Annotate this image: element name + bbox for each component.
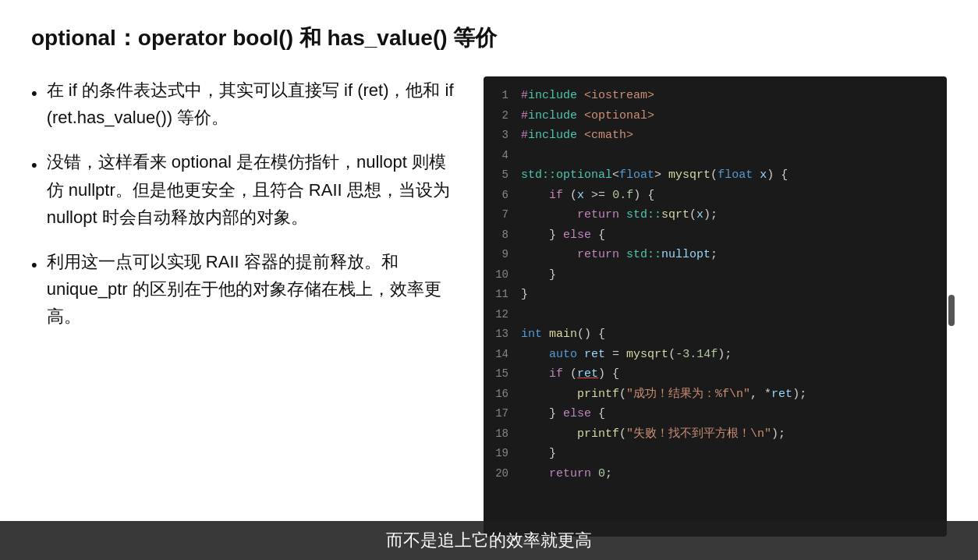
line-number: 19: [484, 445, 508, 463]
line-content: std::optional<float> mysqrt(float x) {: [521, 165, 788, 186]
bullet-dot: •: [31, 80, 37, 107]
line-content: #include <iostream>: [521, 86, 654, 106]
line-number: 5: [484, 166, 508, 185]
bullet-text: 利用这一点可以实现 RAII 容器的提前释放。和 unique_ptr 的区别在…: [47, 248, 460, 331]
line-content: return 0;: [521, 464, 612, 484]
line-number: 11: [484, 285, 508, 304]
code-line-2: 2 #include <optional>: [484, 106, 947, 126]
line-content: }: [521, 285, 528, 305]
line-number: 12: [484, 306, 508, 324]
line-number: 6: [484, 186, 508, 205]
line-content: auto ret = mysqrt(-3.14f);: [521, 345, 732, 365]
bullet-text: 在 if 的条件表达式中，其实可以直接写 if (ret)，他和 if (ret…: [47, 76, 460, 131]
page-title: optional：operator bool() 和 has_value() 等…: [31, 23, 947, 53]
line-number: 15: [484, 365, 508, 384]
code-line-20: 20 return 0;: [484, 464, 947, 484]
code-line-6: 6 if (x >= 0.f) {: [484, 186, 947, 206]
code-line-3: 3 #include <cmath>: [484, 126, 947, 146]
line-number: 7: [484, 206, 508, 225]
code-line-5: 5 std::optional<float> mysqrt(float x) {: [484, 165, 947, 186]
line-number: 10: [484, 266, 508, 285]
line-content: }: [521, 265, 556, 285]
code-line-13: 13 int main() {: [484, 324, 947, 345]
bullet-text: 没错，这样看来 optional 是在模仿指针，nullopt 则模仿 null…: [47, 148, 460, 231]
code-line-15: 15 if (ret) {: [484, 364, 947, 385]
line-number: 2: [484, 107, 508, 126]
scrollbar[interactable]: [948, 295, 955, 326]
bullet-dot: •: [31, 151, 37, 179]
code-block: 1 #include <iostream> 2 #include <option…: [484, 76, 947, 537]
list-item: • 在 if 的条件表达式中，其实可以直接写 if (ret)，他和 if (r…: [31, 76, 460, 131]
line-number: 1: [484, 87, 508, 105]
line-content: [521, 146, 528, 166]
line-number: 20: [484, 465, 508, 484]
line-content: if (ret) {: [521, 364, 619, 385]
code-line-16: 16 printf("成功！结果为：%f\n", *ret);: [484, 385, 947, 405]
line-content: } else {: [521, 225, 605, 246]
line-number: 13: [484, 325, 508, 344]
right-panel: 1 #include <iostream> 2 #include <option…: [484, 76, 947, 544]
line-content: } else {: [521, 404, 605, 424]
line-content: if (x >= 0.f) {: [521, 186, 654, 206]
code-line-19: 19 }: [484, 444, 947, 464]
line-number: 16: [484, 385, 508, 404]
line-content: int main() {: [521, 324, 605, 345]
list-item: • 利用这一点可以实现 RAII 容器的提前释放。和 unique_ptr 的区…: [31, 248, 460, 331]
line-number: 8: [484, 226, 508, 245]
line-content: #include <cmath>: [521, 126, 633, 146]
code-line-12: 12: [484, 305, 947, 325]
line-content: [521, 305, 528, 325]
bullet-dot: •: [31, 251, 37, 278]
code-line-18: 18 printf("失败！找不到平方根！\n");: [484, 424, 947, 445]
left-panel: • 在 if 的条件表达式中，其实可以直接写 if (ret)，他和 if (r…: [31, 76, 484, 544]
line-content: return std::sqrt(x);: [521, 205, 718, 225]
code-line-7: 7 return std::sqrt(x);: [484, 205, 947, 225]
code-line-11: 11 }: [484, 285, 947, 305]
line-content: #include <optional>: [521, 106, 654, 126]
list-item: • 没错，这样看来 optional 是在模仿指针，nullopt 则模仿 nu…: [31, 148, 460, 231]
subtitle-bar: 而不是追上它的效率就更高: [0, 521, 978, 560]
code-line-14: 14 auto ret = mysqrt(-3.14f);: [484, 345, 947, 365]
code-line-4: 4: [484, 146, 947, 166]
code-line-1: 1 #include <iostream>: [484, 86, 947, 106]
line-content: printf("失败！找不到平方根！\n");: [521, 424, 785, 445]
subtitle-text: 而不是追上它的效率就更高: [386, 530, 592, 550]
line-number: 14: [484, 346, 508, 364]
line-number: 3: [484, 126, 508, 145]
page-container: optional：operator bool() 和 has_value() 等…: [0, 0, 978, 560]
line-number: 9: [484, 246, 508, 264]
line-number: 17: [484, 405, 508, 424]
line-content: return std::nullopt;: [521, 245, 718, 265]
code-line-9: 9 return std::nullopt;: [484, 245, 947, 265]
code-line-10: 10 }: [484, 265, 947, 285]
content-area: • 在 if 的条件表达式中，其实可以直接写 if (ret)，他和 if (r…: [31, 76, 947, 544]
line-number: 4: [484, 147, 508, 165]
line-number: 18: [484, 425, 508, 444]
code-line-17: 17 } else {: [484, 404, 947, 424]
line-content: printf("成功！结果为：%f\n", *ret);: [521, 385, 806, 405]
code-line-8: 8 } else {: [484, 225, 947, 246]
line-content: }: [521, 444, 556, 464]
